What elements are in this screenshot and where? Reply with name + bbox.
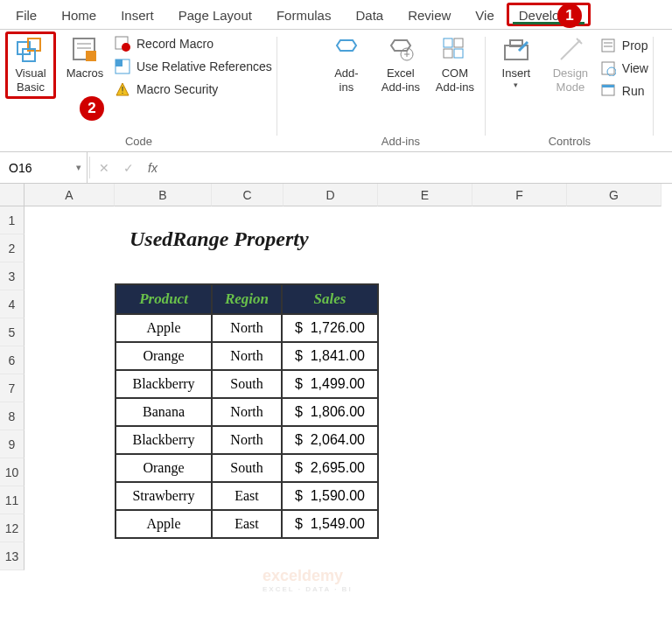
spreadsheet-grid: 12345678910111213 ABCDEFG UsedRange Prop… (0, 184, 672, 570)
run-label: Run (622, 84, 645, 98)
tab-view[interactable]: Vie (463, 3, 506, 26)
insert-control-button[interactable]: Insert ▾ (491, 31, 542, 93)
warning-icon: ! (114, 80, 131, 98)
row-header[interactable]: 5 (0, 318, 24, 346)
region-cell[interactable]: North (212, 398, 282, 426)
column-header[interactable]: B (115, 184, 212, 206)
table-header-cell: Sales (282, 284, 378, 314)
sales-cell[interactable]: $2,695.00 (282, 454, 378, 482)
addins-button[interactable]: Add- ins (321, 31, 372, 99)
column-header[interactable]: E (378, 184, 472, 206)
row-header[interactable]: 10 (0, 458, 24, 486)
table-row: AppleEast$1,549.00 (116, 510, 378, 538)
row-header[interactable]: 4 (0, 290, 24, 318)
code-group-label: Code (125, 135, 152, 151)
group-addins: Add- ins Excel Add-ins COM Add-ins Add-i… (277, 30, 486, 151)
macros-icon (70, 35, 100, 65)
toolbox-icon (501, 35, 531, 65)
region-cell[interactable]: South (212, 370, 282, 398)
svg-rect-16 (454, 49, 463, 58)
addins-group-label: Add-ins (382, 135, 420, 151)
view-code-button[interactable]: View (599, 59, 648, 77)
product-cell[interactable]: Orange (116, 454, 212, 482)
com-addins-button[interactable]: COM Add-ins (430, 31, 480, 99)
excel-addins-icon (386, 35, 416, 65)
row-header[interactable]: 2 (0, 234, 24, 262)
select-all-corner[interactable] (0, 184, 24, 206)
com-addins-label: COM Add-ins (436, 66, 474, 95)
region-cell[interactable]: North (212, 314, 282, 342)
product-cell[interactable]: Blackberry (116, 426, 212, 454)
svg-text:!: ! (121, 85, 123, 95)
tab-review[interactable]: Review (396, 3, 463, 26)
run-icon (599, 82, 617, 100)
design-mode-button[interactable]: Design Mode (545, 31, 596, 99)
column-header[interactable]: F (472, 184, 567, 206)
row-header[interactable]: 12 (0, 514, 24, 542)
region-cell[interactable]: East (212, 510, 282, 538)
excel-addins-button[interactable]: Excel Add-ins (375, 31, 426, 99)
cancel-formula-button[interactable]: ✕ (92, 161, 116, 175)
relative-refs-button[interactable]: Use Relative References (114, 58, 272, 75)
chevron-down-icon[interactable]: ▾ (76, 162, 81, 173)
record-macro-button[interactable]: Record Macro (114, 35, 272, 52)
table-row: AppleNorth$1,726.00 (116, 314, 378, 342)
tab-formulas[interactable]: Formulas (264, 3, 344, 26)
tab-page-layout[interactable]: Page Layout (166, 3, 264, 26)
region-cell[interactable]: South (212, 454, 282, 482)
column-header[interactable]: A (24, 184, 115, 206)
macros-button[interactable]: Macros (60, 31, 110, 84)
product-cell[interactable]: Blackberry (116, 370, 212, 398)
confirm-formula-button[interactable]: ✓ (116, 161, 141, 175)
macros-label: Macros (66, 66, 104, 80)
column-header[interactable]: D (284, 184, 378, 206)
table-row: BlackberryNorth$2,064.00 (116, 426, 378, 454)
tab-file[interactable]: File (4, 3, 49, 26)
column-header[interactable]: C (212, 184, 284, 206)
run-dialog-button[interactable]: Run (599, 82, 648, 100)
svg-point-8 (122, 43, 130, 52)
product-cell[interactable]: Strawberry (116, 482, 212, 510)
region-cell[interactable]: North (212, 342, 282, 370)
controls-group-label: Controls (549, 135, 591, 151)
svg-rect-15 (444, 49, 452, 58)
properties-icon (599, 37, 617, 54)
sales-cell[interactable]: $1,499.00 (282, 370, 378, 398)
visual-basic-label: Visual Basic (15, 66, 46, 95)
sales-cell[interactable]: $1,590.00 (282, 482, 378, 510)
column-header[interactable]: G (567, 184, 662, 206)
region-cell[interactable]: East (212, 482, 282, 510)
sales-cell[interactable]: $2,064.00 (282, 426, 378, 454)
region-cell[interactable]: North (212, 426, 282, 454)
row-header[interactable]: 6 (0, 346, 24, 374)
row-header[interactable]: 7 (0, 374, 24, 402)
product-cell[interactable]: Orange (116, 342, 212, 370)
row-header[interactable]: 8 (0, 402, 24, 430)
sales-cell[interactable]: $1,806.00 (282, 398, 378, 426)
table-row: OrangeSouth$2,695.00 (116, 454, 378, 482)
row-header[interactable]: 3 (0, 262, 24, 290)
sales-cell[interactable]: $1,549.00 (282, 510, 378, 538)
sales-cell[interactable]: $1,726.00 (282, 314, 378, 342)
row-header[interactable]: 11 (0, 486, 24, 514)
row-header[interactable]: 13 (0, 542, 24, 570)
name-box-input[interactable] (5, 160, 56, 176)
row-header[interactable]: 1 (0, 206, 24, 234)
product-cell[interactable]: Apple (116, 510, 212, 538)
sales-cell[interactable]: $1,841.00 (282, 342, 378, 370)
column-headers: ABCDEFG (24, 184, 672, 206)
properties-button[interactable]: Prop (599, 37, 648, 54)
macro-security-button[interactable]: ! Macro Security (114, 80, 272, 98)
formula-bar-row: ▾ ✕ ✓ fx (0, 152, 672, 184)
product-cell[interactable]: Banana (116, 398, 212, 426)
visual-basic-button[interactable]: Visual Basic (5, 31, 56, 99)
formula-bar-input[interactable] (164, 152, 672, 183)
tab-home[interactable]: Home (49, 3, 108, 26)
product-cell[interactable]: Apple (116, 314, 212, 342)
svg-rect-6 (86, 51, 96, 61)
fx-button[interactable]: fx (141, 161, 164, 175)
tab-data[interactable]: Data (343, 3, 396, 26)
tab-insert[interactable]: Insert (108, 3, 166, 26)
row-header[interactable]: 9 (0, 430, 24, 458)
name-box[interactable]: ▾ (0, 152, 88, 183)
